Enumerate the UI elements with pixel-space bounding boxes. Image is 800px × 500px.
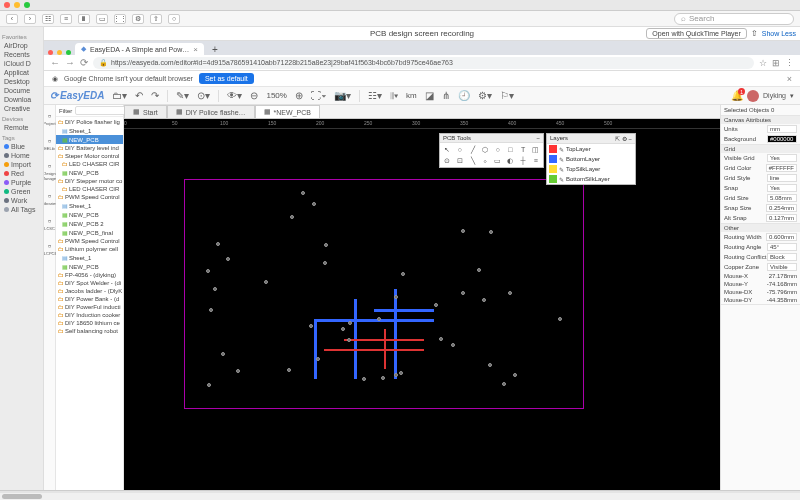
redo-icon[interactable]: ↷ — [151, 90, 159, 101]
minimize-window-dot[interactable] — [14, 2, 20, 8]
visible-grid-value[interactable]: Yes — [767, 154, 797, 162]
routing-angle-value[interactable]: 45° — [767, 243, 797, 251]
tree-item[interactable]: ▦ NEW_PCB — [56, 210, 123, 219]
history-icon[interactable]: 🕘 — [458, 90, 470, 101]
group-button[interactable]: ⋮⋮ — [114, 14, 126, 24]
layers-pin-icon[interactable]: ⇱ — [615, 136, 620, 142]
browser-forward-icon[interactable]: → — [65, 57, 75, 68]
infobar-close-icon[interactable]: × — [787, 74, 792, 84]
set-default-button[interactable]: Set as default — [199, 73, 254, 84]
routing-conflict-value[interactable]: Block — [767, 253, 797, 261]
view-gallery-button[interactable]: ▭ — [96, 14, 108, 24]
document-tab[interactable]: ▦Start — [124, 105, 167, 118]
profile-icon[interactable]: ⋮ — [785, 58, 794, 68]
tree-item[interactable]: ▦ NEW_PCB — [56, 135, 123, 144]
bg-value[interactable]: #000000 — [767, 135, 797, 143]
finder-tag-item[interactable]: All Tags — [2, 205, 41, 214]
finder-sidebar-item[interactable]: Docume — [2, 86, 41, 95]
tree-item[interactable]: 🗀 Jacobs ladder - (DlyK — [56, 287, 123, 295]
layers-panel[interactable]: Layers ⇱ ⚙ − ✎TopLayer✎BottomLayer✎TopSi… — [546, 133, 636, 185]
pcb-tool[interactable]: ⬡ — [479, 144, 492, 155]
help-icon[interactable]: ⚐▾ — [500, 90, 514, 101]
tab-close-icon[interactable]: × — [193, 45, 198, 54]
scrubber-thumb[interactable] — [2, 494, 42, 499]
tree-item[interactable]: 🗀 DlY PowerFul inducti — [56, 303, 123, 311]
bookmark-icon[interactable]: ☆ — [759, 58, 767, 68]
pcb-tools-close-icon[interactable]: − — [536, 135, 540, 141]
finder-sidebar-item[interactable]: Applicat — [2, 68, 41, 77]
tree-item[interactable]: 🗀 Steper Motor control — [56, 152, 123, 160]
share-icon[interactable]: ⇧ — [751, 29, 758, 38]
tree-item[interactable]: 🗀 DlY Induction cooker — [56, 311, 123, 319]
pcb-tools-panel[interactable]: PCB Tools − ↖○╱⬡○□T◫⊙⊡╲⬦▭◐┼≡ — [439, 133, 544, 168]
unit-label[interactable]: km — [406, 91, 417, 100]
tree-item[interactable]: 🗀 PWM Speed Control — [56, 237, 123, 245]
settings-icon[interactable]: ⚙▾ — [478, 90, 492, 101]
document-tab[interactable]: ▦*NEW_PCB — [255, 105, 320, 118]
tree-item[interactable]: ▦ NEW_PCB — [56, 262, 123, 271]
browser-back-icon[interactable]: ← — [50, 57, 60, 68]
place-icon[interactable]: ⊙▾ — [197, 90, 210, 101]
grid-color-value[interactable]: #FFFFFF — [766, 164, 797, 172]
zoom-out-icon[interactable]: ⊖ — [250, 90, 258, 101]
camera-icon[interactable]: 📷▾ — [334, 90, 351, 101]
finder-tag-item[interactable]: Work — [2, 196, 41, 205]
snap-value[interactable]: Yes — [767, 184, 797, 192]
grid-size-value[interactable]: 5.08mm — [767, 194, 797, 202]
view-list-button[interactable]: ≡ — [60, 14, 72, 24]
tree-item[interactable]: ▦ NEW_PCB 2 — [56, 219, 123, 228]
tree-item[interactable]: 🗀 DlY 18650 lithium ce — [56, 319, 123, 327]
layers-close-icon[interactable]: − — [628, 136, 632, 142]
extensions-icon[interactable]: ⊞ — [772, 58, 780, 68]
rail-item[interactable]: ▫LCSC — [44, 216, 55, 231]
pcb-tool[interactable]: □ — [504, 144, 517, 155]
finder-sidebar-item[interactable]: AirDrop — [2, 41, 41, 50]
show-less-link[interactable]: Show Less — [762, 30, 796, 37]
align-icon[interactable]: ☷▾ — [368, 90, 382, 101]
tag-button[interactable]: ○ — [168, 14, 180, 24]
routing-width-value[interactable]: 0.600mm — [766, 233, 797, 241]
tree-item[interactable]: 🗀 Self balancing robot — [56, 327, 123, 335]
close-window-dot[interactable] — [4, 2, 10, 8]
tree-item[interactable]: ▤ Sheet_1 — [56, 253, 123, 262]
back-button[interactable]: ‹ — [6, 14, 18, 24]
rail-item[interactable]: ▫Project — [44, 111, 56, 126]
browser-reload-icon[interactable]: ⟳ — [80, 57, 88, 68]
user-menu-chevron-icon[interactable]: ▾ — [790, 92, 794, 100]
project-tree[interactable]: 🗀 DlY Police flasher lig▤ Sheet_1▦ NEW_P… — [56, 117, 123, 490]
tree-item[interactable]: 🗀 DlY Police flasher lig — [56, 118, 123, 126]
finder-search[interactable]: ⌕ Search — [674, 13, 794, 25]
snap-size-value[interactable]: 0.254mm — [766, 204, 797, 212]
maximize-window-dot[interactable] — [24, 2, 30, 8]
layers-settings-icon[interactable]: ⚙ — [622, 136, 627, 142]
open-with-button[interactable]: Open with QuickTime Player — [646, 28, 746, 39]
units-value[interactable]: mm — [767, 125, 797, 133]
tree-item[interactable]: ▦ NEW_PCB — [56, 168, 123, 177]
finder-sidebar-item[interactable]: iCloud D — [2, 59, 41, 68]
pcb-tool[interactable]: ▭ — [492, 155, 505, 166]
finder-tag-item[interactable]: Import — [2, 160, 41, 169]
finder-sidebar-item[interactable]: Desktop — [2, 77, 41, 86]
layer-row[interactable]: ✎BottomSilkLayer — [547, 174, 635, 184]
view-column-button[interactable]: ⫼ — [78, 14, 90, 24]
forward-button[interactable]: › — [24, 14, 36, 24]
tree-item[interactable]: ▤ Sheet_1 — [56, 201, 123, 210]
pcb-tool[interactable]: ○ — [454, 144, 467, 155]
pcb-tool[interactable]: ⊙ — [441, 155, 454, 166]
layer-toggle-icon[interactable]: ◪ — [425, 90, 434, 101]
pcb-tool[interactable]: ↖ — [441, 144, 454, 155]
rail-item[interactable]: ▫EELib — [44, 136, 55, 151]
finder-tag-item[interactable]: Red — [2, 169, 41, 178]
tree-item[interactable]: 🗀 DlY Battery level ind — [56, 144, 123, 152]
pcb-tool[interactable]: T — [517, 144, 530, 155]
grid-style-value[interactable]: line — [767, 174, 797, 182]
document-tab[interactable]: ▦DlY Police flashe… — [167, 105, 255, 118]
tree-item[interactable]: 🗀 DlY Power Bank - (d — [56, 295, 123, 303]
finder-sidebar-item[interactable]: Downloa — [2, 95, 41, 104]
pcb-tool[interactable]: ≡ — [529, 155, 542, 166]
undo-icon[interactable]: ↶ — [135, 90, 143, 101]
pcb-tool[interactable]: ╲ — [466, 155, 479, 166]
url-field[interactable]: 🔒 https://easyeda.com/editor#id=4d915a78… — [93, 57, 754, 69]
zoom-in-icon[interactable]: ⊕ — [295, 90, 303, 101]
tree-item[interactable]: 🗀 DlY Stepper motor co — [56, 177, 123, 185]
